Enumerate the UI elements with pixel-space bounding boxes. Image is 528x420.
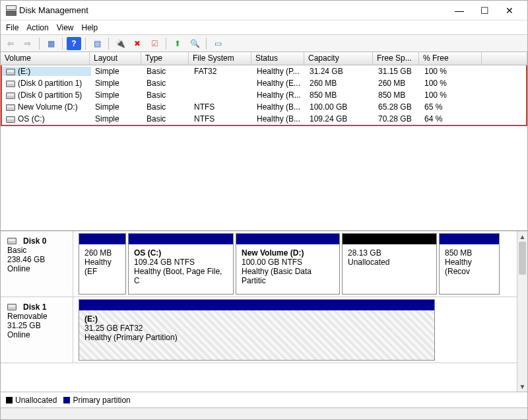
disk-icon — [7, 304, 16, 310]
col-pad — [482, 52, 527, 65]
col-pct[interactable]: % Free — [419, 52, 482, 65]
volume-header-row: Volume Layout Type File System Status Ca… — [1, 52, 527, 65]
legend-swatch-unallocated — [6, 397, 13, 403]
col-layout[interactable]: Layout — [90, 52, 141, 65]
help-icon[interactable]: ? — [67, 37, 81, 50]
partition[interactable]: 850 MBHealthy (Recov — [439, 233, 500, 295]
volume-row[interactable]: (E:)SimpleBasicFAT32Healthy (P...31.24 G… — [2, 65, 526, 77]
volume-row[interactable]: New Volume (D:)SimpleBasicNTFSHealthy (B… — [2, 101, 526, 113]
disk-label[interactable]: Disk 1Removable31.25 GBOnline — [1, 297, 73, 363]
volume-row[interactable]: (Disk 0 partition 5)SimpleBasicHealthy (… — [2, 89, 526, 101]
scroll-up-icon[interactable]: ▲ — [517, 231, 527, 242]
drive-icon — [6, 69, 15, 75]
rescan-disks-icon[interactable]: 🔌 — [113, 37, 127, 50]
volume-list-pane: Volume Layout Type File System Status Ca… — [1, 52, 527, 230]
check-icon[interactable]: ☑ — [147, 37, 162, 50]
graphical-pane: Disk 0Basic238.46 GBOnline260 MBHealthy … — [1, 230, 527, 392]
disk-label[interactable]: Disk 0Basic238.46 GBOnline — [1, 231, 73, 297]
drive-icon — [6, 104, 15, 111]
volume-row[interactable]: (Disk 0 partition 1)SimpleBasicHealthy (… — [2, 77, 526, 89]
up-arrow-icon[interactable]: ⬆ — [170, 37, 185, 50]
toolbar: ⇦ ⇨ ▦ ? ▤ 🔌 ✖ ☑ ⬆ 🔍 ▭ — [1, 35, 527, 52]
partition[interactable]: 260 MBHealthy (EF — [79, 233, 126, 295]
col-capacity[interactable]: Capacity — [304, 52, 373, 65]
app-icon — [6, 5, 16, 16]
window-title: Disk Management — [16, 5, 447, 15]
statusbar — [1, 407, 527, 420]
volume-row[interactable]: OS (C:)SimpleBasicNTFSHealthy (B...109.2… — [2, 113, 526, 125]
partition[interactable]: OS (C:)109.24 GB NTFSHealthy (Boot, Page… — [128, 233, 234, 295]
menu-action[interactable]: Action — [26, 23, 48, 32]
maximize-button[interactable]: ☐ — [472, 1, 497, 20]
legend-primary: Primary partition — [73, 396, 130, 405]
drive-icon — [6, 92, 15, 99]
menu-file[interactable]: File — [6, 23, 18, 32]
menubar: File Action View Help — [1, 20, 527, 35]
menu-help[interactable]: Help — [82, 23, 98, 32]
search-icon[interactable]: 🔍 — [187, 37, 202, 50]
minimize-button[interactable]: — — [447, 1, 472, 20]
legend-swatch-primary — [63, 397, 70, 403]
partition[interactable]: New Volume (D:)100.00 GB NTFSHealthy (Ba… — [236, 233, 340, 295]
scroll-down-icon[interactable]: ▼ — [517, 381, 527, 392]
col-status[interactable]: Status — [251, 52, 304, 65]
col-fs[interactable]: File System — [189, 52, 251, 65]
legend: Unallocated Primary partition — [1, 392, 527, 407]
vertical-scrollbar[interactable]: ▲ ▼ — [517, 231, 527, 392]
legend-unallocated: Unallocated — [15, 396, 57, 405]
partition[interactable]: (E:)31.25 GB FAT32Healthy (Primary Parti… — [79, 299, 435, 361]
drive-icon — [6, 116, 15, 123]
disk-row: Disk 1Removable31.25 GBOnline(E:)31.25 G… — [1, 297, 527, 363]
forward-icon[interactable]: ⇨ — [20, 37, 35, 50]
delete-icon[interactable]: ✖ — [130, 37, 145, 50]
partition[interactable]: 28.13 GBUnallocated — [342, 233, 437, 295]
disk-icon — [7, 238, 16, 244]
col-volume[interactable]: Volume — [1, 52, 90, 65]
show-both-icon[interactable]: ▤ — [90, 37, 104, 50]
volume-list-body: (E:)SimpleBasicFAT32Healthy (P...31.24 G… — [1, 65, 527, 126]
back-icon[interactable]: ⇦ — [3, 37, 18, 50]
col-free[interactable]: Free Sp... — [373, 52, 419, 65]
show-table-icon[interactable]: ▦ — [44, 37, 58, 50]
close-button[interactable]: ✕ — [497, 1, 522, 20]
disk-row: Disk 0Basic238.46 GBOnline260 MBHealthy … — [1, 231, 527, 297]
layout-icon[interactable]: ▭ — [211, 37, 225, 50]
scrollbar-thumb[interactable] — [519, 242, 526, 275]
col-type[interactable]: Type — [141, 52, 189, 65]
titlebar: Disk Management — ☐ ✕ — [1, 1, 527, 20]
drive-icon — [6, 81, 15, 87]
menu-view[interactable]: View — [57, 23, 74, 32]
